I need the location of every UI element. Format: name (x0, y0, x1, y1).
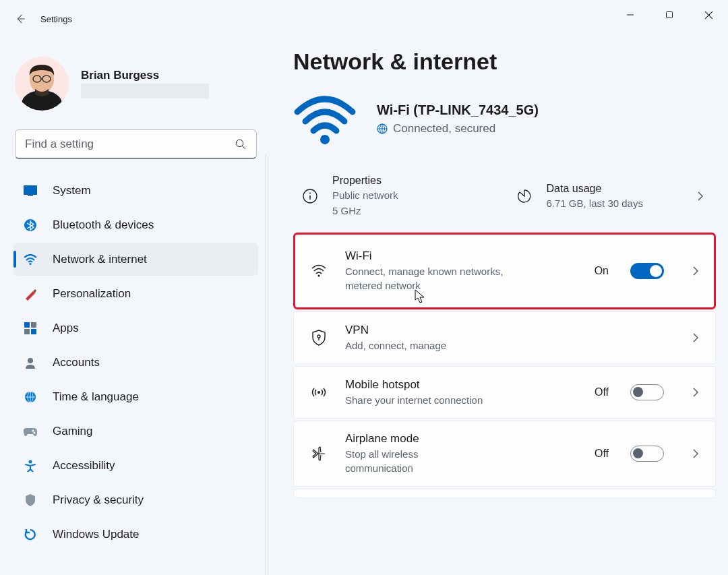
setting-wifi[interactable]: Wi-Fi Connect, manage known networks, me… (293, 233, 716, 309)
bluetooth-icon (23, 218, 38, 233)
nav-item-time[interactable]: Time & language (13, 380, 258, 413)
svg-point-6 (236, 140, 243, 147)
setting-airplane[interactable]: Airplane mode Stop all wireless communic… (293, 421, 716, 487)
nav-label: Time & language (53, 390, 139, 404)
setting-vpn[interactable]: VPN Add, connect, manage (293, 311, 716, 364)
nav-item-privacy[interactable]: Privacy & security (13, 483, 258, 516)
info-icon (303, 189, 317, 204)
svg-point-10 (30, 263, 32, 265)
nav-item-system[interactable]: System (13, 174, 258, 207)
nav-label: Accessibility (53, 459, 115, 473)
nav-label: Personalization (53, 287, 131, 301)
toggle-state: Off (595, 386, 609, 398)
wifi-icon-large (293, 92, 357, 145)
user-profile[interactable]: Brian Burgess (11, 46, 261, 128)
nav-label: System (53, 184, 91, 198)
chevron-right-icon (690, 386, 702, 398)
page-title: Network & internet (293, 49, 716, 75)
nav-label: Bluetooth & devices (53, 218, 154, 232)
setting-sub: Stop all wireless communication (345, 447, 480, 475)
chevron-right-icon (690, 448, 702, 460)
search-input[interactable] (25, 138, 235, 151)
properties-card[interactable]: Properties Public network 5 GHz (293, 167, 502, 226)
nav-label: Apps (53, 322, 79, 335)
svg-rect-8 (28, 195, 33, 196)
nav-item-update[interactable]: Windows Update (13, 518, 258, 551)
chart-icon (517, 189, 532, 204)
nav-item-personalization[interactable]: Personalization (13, 277, 258, 310)
avatar (15, 57, 69, 111)
personalization-icon (23, 286, 38, 301)
setting-partial[interactable] (293, 489, 716, 498)
apps-icon (23, 321, 38, 336)
nav-label: Privacy & security (53, 493, 144, 507)
content: Network & internet Wi-Fi (TP-LINK_7434_5… (266, 38, 728, 575)
close-button[interactable] (689, 0, 728, 30)
svg-rect-11 (24, 322, 30, 328)
nav-item-network[interactable]: Network & internet (13, 243, 258, 276)
airplane-icon (310, 445, 328, 462)
maximize-icon (665, 11, 673, 19)
setting-sub: Add, connect, manage (345, 338, 534, 353)
nav-label: Windows Update (53, 528, 140, 541)
svg-rect-0 (667, 12, 673, 18)
user-email (81, 84, 209, 98)
svg-point-26 (318, 275, 320, 277)
titlebar: Settings (0, 0, 728, 38)
toggle-state: On (595, 265, 609, 277)
svg-point-25 (309, 193, 311, 194)
window-title: Settings (40, 14, 72, 24)
airplane-toggle[interactable] (630, 446, 664, 462)
minimize-button[interactable] (611, 0, 650, 30)
setting-sub: Connect, manage known networks, metered … (345, 264, 534, 293)
data-usage-card[interactable]: Data usage 6.71 GB, last 30 days (508, 167, 717, 226)
svg-point-18 (32, 429, 34, 431)
back-button[interactable] (5, 4, 35, 34)
accounts-icon (23, 355, 38, 370)
setting-title: Wi-Fi (345, 249, 577, 263)
chevron-right-icon (690, 265, 702, 277)
nav-label: Accounts (53, 356, 100, 369)
properties-sub1: Public network (332, 188, 493, 202)
setting-sub: Share your internet connection (345, 393, 534, 407)
user-name: Brian Burgess (81, 69, 209, 82)
close-icon (704, 11, 713, 20)
setting-title: Airplane mode (345, 432, 577, 446)
nav-item-accessibility[interactable]: Accessibility (13, 449, 258, 482)
usage-title: Data usage (547, 183, 680, 195)
nav-item-accounts[interactable]: Accounts (13, 346, 258, 379)
globe-icon (377, 123, 388, 134)
svg-rect-7 (24, 185, 37, 195)
shield-icon (310, 329, 328, 346)
properties-sub2: 5 GHz (332, 204, 493, 218)
nav-list: System Bluetooth & devices Network & int… (11, 174, 261, 551)
nav-item-apps[interactable]: Apps (13, 311, 258, 344)
hotspot-toggle[interactable] (630, 384, 664, 400)
svg-point-28 (317, 391, 320, 394)
setting-title: Mobile hotspot (345, 378, 577, 392)
privacy-icon (23, 493, 38, 508)
setting-title: VPN (345, 324, 672, 337)
nav-item-bluetooth[interactable]: Bluetooth & devices (13, 208, 258, 241)
network-status: Wi-Fi (TP-LINK_7434_5G) Connected, secur… (293, 92, 716, 145)
svg-point-27 (317, 335, 320, 338)
connection-state: Connected, secured (393, 122, 495, 135)
nav-label: Network & internet (53, 253, 147, 266)
nav-item-gaming[interactable]: Gaming (13, 415, 258, 448)
wifi-toggle[interactable] (630, 263, 664, 279)
time-icon (23, 390, 38, 404)
setting-hotspot[interactable]: Mobile hotspot Share your internet conne… (293, 366, 716, 419)
wifi-icon (23, 252, 38, 267)
sidebar: Brian Burgess System Bluetooth & devices… (0, 38, 266, 575)
usage-sub: 6.71 GB, last 30 days (547, 196, 680, 210)
properties-title: Properties (332, 175, 493, 187)
toggle-state: Off (595, 448, 609, 460)
svg-point-21 (320, 135, 330, 144)
search-icon (235, 138, 247, 150)
minimize-icon (626, 11, 634, 19)
update-icon (23, 527, 38, 542)
wifi-icon (310, 262, 328, 280)
maximize-button[interactable] (650, 0, 689, 30)
network-name: Wi-Fi (TP-LINK_7434_5G) (377, 102, 539, 118)
search-box[interactable] (15, 129, 257, 159)
